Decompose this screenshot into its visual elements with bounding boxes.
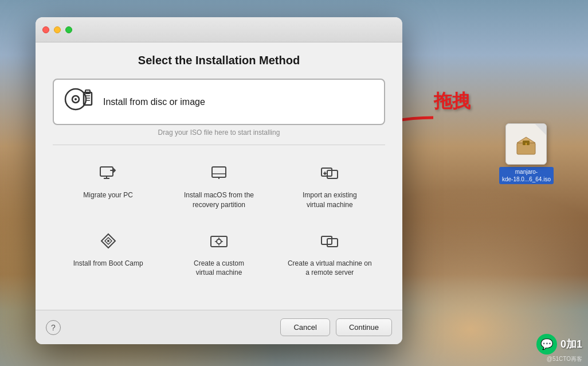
dialog-titlebar [36, 17, 402, 42]
install-from-disc-option[interactable]: Install from disc or image [53, 79, 385, 125]
macos-recovery-label: Install macOS from therecovery partition [184, 190, 254, 210]
svg-point-7 [75, 98, 77, 100]
dialog-footer: ? Cancel Continue [36, 310, 402, 344]
import-vm-option[interactable]: Import an existingvirtual machine [275, 155, 385, 218]
dialog-title: Select the Installation Method [53, 54, 385, 67]
drag-hint-text: Drag your ISO file here to start install… [53, 129, 385, 145]
svg-rect-16 [212, 167, 226, 177]
watermark-sub: @51CTO再客 [547, 355, 582, 363]
bootcamp-option[interactable]: Install from Boot Camp [53, 224, 163, 286]
continue-button[interactable]: Continue [336, 318, 392, 336]
options-grid: Migrate your PC Install macOS from there… [53, 155, 385, 286]
disc-option-label: Install from disc or image [103, 97, 205, 107]
remote-vm-label: Create a virtual machine ona remote serv… [288, 259, 372, 278]
dialog-content: Select the Installation Method I [36, 42, 402, 309]
maximize-button[interactable] [65, 26, 72, 33]
wechat-icon: 💬 [536, 334, 557, 355]
desktop-file-icon: manjaro- kde-18.0...6_64.iso [499, 123, 554, 184]
custom-vm-option[interactable]: Create a customvirtual machine [163, 224, 274, 286]
close-button[interactable] [42, 26, 49, 33]
remote-vm-icon [320, 232, 339, 254]
traffic-lights [42, 26, 72, 33]
iso-file-icon [513, 131, 539, 157]
migrate-icon [99, 163, 117, 186]
disc-usb-svg [64, 88, 94, 111]
custom-vm-icon [210, 232, 228, 254]
disc-image-icon [64, 88, 94, 116]
bootcamp-label: Install from Boot Camp [73, 259, 143, 268]
remote-vm-option[interactable]: Create a virtual machine ona remote serv… [275, 224, 385, 286]
drag-annotation-label: 拖拽 [434, 89, 471, 114]
macos-recovery-icon [210, 163, 228, 186]
watermark: 💬 0加1 [536, 334, 582, 355]
file-name-label: manjaro- kde-18.0...6_64.iso [499, 167, 554, 184]
migrate-label: Migrate your PC [83, 190, 133, 200]
help-button[interactable]: ? [46, 320, 61, 335]
install-macos-recovery-option[interactable]: Install macOS from therecovery partition [163, 155, 274, 218]
svg-point-24 [107, 240, 109, 242]
cancel-button[interactable]: Cancel [280, 318, 330, 336]
file-icon-box [505, 123, 547, 165]
custom-vm-label: Create a customvirtual machine [194, 259, 244, 278]
installation-method-dialog: Select the Installation Method I [36, 17, 402, 344]
minimize-button[interactable] [54, 26, 61, 33]
migrate-pc-option[interactable]: Migrate your PC [53, 155, 163, 218]
import-vm-icon [320, 163, 339, 186]
svg-point-26 [217, 239, 221, 244]
import-vm-label: Import an existingvirtual machine [303, 190, 357, 210]
watermark-text: 0加1 [560, 337, 582, 351]
svg-rect-13 [100, 167, 113, 176]
bootcamp-icon [99, 232, 117, 254]
footer-buttons: Cancel Continue [280, 318, 392, 336]
